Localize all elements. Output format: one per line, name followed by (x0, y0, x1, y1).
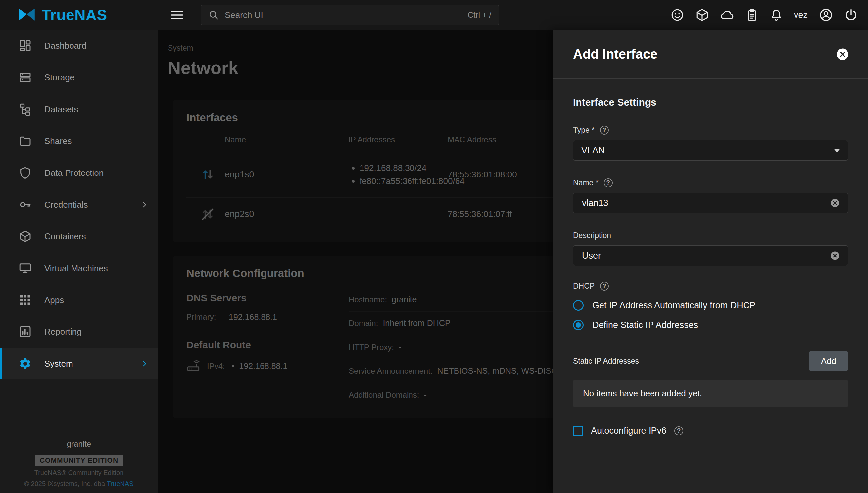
username-label[interactable]: vez (794, 10, 808, 20)
alerts-bell-icon[interactable] (770, 8, 783, 22)
chevron-right-icon (140, 200, 149, 209)
logo-text: TrueNAS (42, 6, 107, 24)
truenas-link[interactable]: TrueNAS (107, 480, 134, 487)
sidebar-item-shares[interactable]: Shares (0, 125, 158, 157)
copyright-line: © 2025 iXsystems, Inc. dba TrueNAS (0, 480, 158, 488)
directory-services-cloud-icon[interactable] (720, 8, 735, 22)
close-icon[interactable] (836, 47, 849, 61)
radio-checked-icon (573, 320, 584, 330)
apps-grid-icon (19, 293, 32, 306)
sidebar-item-label: Credentials (44, 200, 88, 210)
sidebar-item-data-protection[interactable]: Data Protection (0, 157, 158, 189)
clear-name-icon[interactable] (830, 198, 840, 208)
name-label: Name * (573, 178, 599, 187)
panel-title: Add Interface (573, 47, 658, 62)
jobs-clipboard-icon[interactable] (745, 8, 759, 22)
dhcp-label: DHCP (573, 282, 594, 291)
sidebar-item-virtual-machines[interactable]: Virtual Machines (0, 252, 158, 284)
menu-toggle-icon[interactable] (170, 7, 185, 22)
sidebar-item-dashboard[interactable]: Dashboard (0, 30, 158, 62)
feedback-icon[interactable] (670, 8, 684, 22)
description-label: Description (573, 231, 611, 240)
sidebar-item-apps[interactable]: Apps (0, 284, 158, 316)
sidebar-item-credentials[interactable]: Credentials (0, 189, 158, 220)
sidebar-nav: Dashboard Storage Datasets Shares Data P (0, 30, 158, 493)
radio-dhcp-option[interactable]: Get IP Address Automatically from DHCP (573, 300, 848, 310)
chevron-down-icon (834, 149, 840, 156)
type-label: Type * (573, 126, 594, 135)
sidebar-item-storage[interactable]: Storage (0, 62, 158, 93)
type-help-icon[interactable]: ? (600, 126, 609, 135)
reporting-chart-icon (19, 325, 32, 338)
add-static-ip-button[interactable]: Add (809, 351, 848, 371)
static-ip-label: Static IP Addresses (573, 357, 639, 366)
name-input[interactable] (581, 198, 825, 209)
clear-description-icon[interactable] (830, 251, 840, 261)
panel-header: Add Interface (553, 30, 868, 79)
interface-settings-heading: Interface Settings (573, 97, 848, 108)
key-icon (19, 198, 32, 211)
dhcp-field-label-row: DHCP ? (573, 282, 848, 291)
search-input[interactable] (224, 9, 462, 21)
ipv6-help-icon[interactable]: ? (674, 426, 683, 435)
type-field-label-row: Type * ? (573, 126, 848, 135)
sidebar-item-label: Virtual Machines (44, 263, 108, 274)
global-search[interactable]: Ctrl + / (201, 5, 499, 25)
sidebar-item-label: Dashboard (44, 41, 86, 51)
sidebar-item-reporting[interactable]: Reporting (0, 316, 158, 348)
ipv6-label: Autoconfigure IPv6 (591, 426, 666, 436)
dashboard-icon (19, 39, 32, 52)
sidebar-item-label: Datasets (44, 104, 79, 114)
topbar-actions: vez (670, 7, 868, 22)
power-icon[interactable] (844, 8, 858, 22)
sidebar-item-label: Apps (44, 295, 64, 305)
static-ip-row: Static IP Addresses Add (573, 351, 848, 371)
type-select[interactable]: VLAN (573, 140, 848, 160)
shares-folder-icon (19, 134, 32, 148)
truecommand-icon[interactable] (695, 8, 709, 22)
name-input-box (573, 193, 848, 213)
type-select-value: VLAN (581, 145, 605, 156)
storage-icon (19, 71, 32, 84)
sidebar-item-system[interactable]: System (0, 348, 158, 380)
top-bar: TrueNAS Ctrl + / (0, 0, 868, 30)
sidebar-footer: granite COMMUNITY EDITION TrueNAS® Commu… (0, 440, 158, 488)
search-icon (208, 9, 219, 20)
search-shortcut: Ctrl + / (468, 10, 491, 20)
dhcp-help-icon[interactable]: ? (600, 282, 609, 291)
sidebar-item-label: Data Protection (44, 168, 104, 178)
description-input[interactable] (581, 250, 825, 261)
add-interface-panel: Add Interface Interface Settings Type * … (553, 30, 868, 493)
sidebar-item-label: Shares (44, 136, 71, 146)
description-field-label-row: Description (573, 231, 848, 240)
description-input-box (573, 245, 848, 266)
truenas-logo-icon (17, 7, 37, 23)
chevron-right-icon (140, 359, 149, 368)
sidebar-item-label: System (44, 359, 73, 369)
autoconfigure-ipv6-row: Autoconfigure IPv6 ? (573, 426, 848, 436)
datasets-tree-icon (19, 103, 32, 116)
static-ip-empty-state: No items have been added yet. (573, 380, 848, 407)
sidebar-item-label: Reporting (44, 327, 82, 337)
sidebar-item-containers[interactable]: Containers (0, 220, 158, 252)
radio-static-option[interactable]: Define Static IP Addresses (573, 320, 848, 330)
name-help-icon[interactable]: ? (604, 178, 613, 187)
sidebar-item-datasets[interactable]: Datasets (0, 93, 158, 125)
containers-box-icon (19, 230, 32, 243)
truenas-logo[interactable]: TrueNAS (0, 6, 158, 24)
edition-badge[interactable]: COMMUNITY EDITION (35, 455, 123, 466)
ipv6-checkbox[interactable] (573, 426, 583, 436)
sidebar-item-label: Storage (44, 72, 74, 83)
vm-monitor-icon (19, 261, 32, 275)
user-menu-avatar-icon[interactable] (819, 7, 833, 22)
name-field-label-row: Name * ? (573, 178, 848, 187)
sidebar-item-label: Containers (44, 232, 86, 242)
truenas-app: TrueNAS Ctrl + / (0, 0, 868, 493)
hostname-label: granite (0, 440, 158, 449)
product-line: TrueNAS® Community Edition (0, 469, 158, 477)
radio-unchecked-icon (573, 300, 584, 310)
shield-icon (19, 166, 32, 179)
gear-icon (19, 357, 32, 370)
